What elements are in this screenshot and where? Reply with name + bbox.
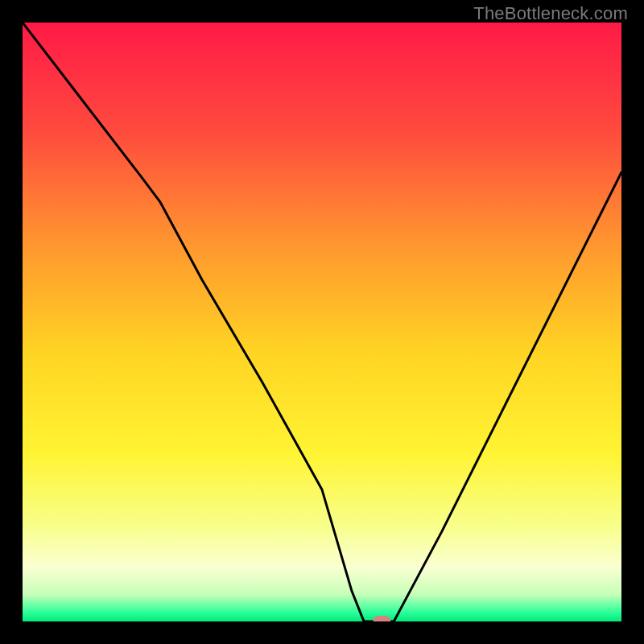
chart-svg xyxy=(23,23,621,621)
plot-area xyxy=(23,23,621,621)
gradient-background xyxy=(23,23,621,621)
chart-container: TheBottleneck.com xyxy=(0,0,644,644)
attribution-text: TheBottleneck.com xyxy=(473,3,628,24)
